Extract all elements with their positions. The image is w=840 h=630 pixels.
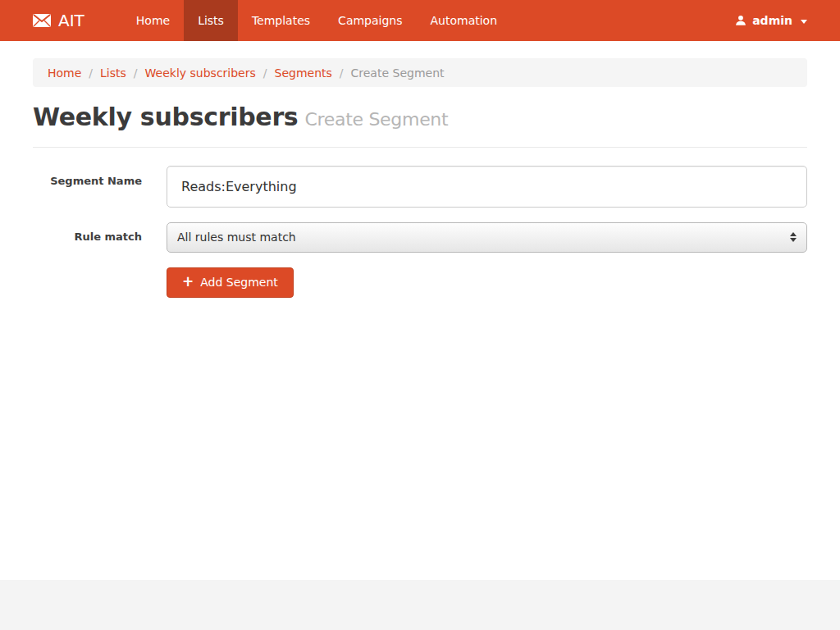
page-title-text: Weekly subscribers	[33, 103, 298, 131]
segment-name-row: Segment Name	[33, 166, 807, 208]
segment-name-label: Segment Name	[33, 166, 167, 208]
breadcrumb-separator: /	[340, 66, 344, 80]
segment-name-input[interactable]	[167, 166, 807, 208]
navbar: AIT Home Lists Templates Campaigns Autom…	[0, 0, 840, 41]
user-name: admin	[752, 14, 792, 27]
nav-item-automation[interactable]: Automation	[417, 0, 512, 41]
footer	[0, 580, 840, 630]
breadcrumb: Home / Lists / Weekly subscribers / Segm…	[33, 58, 807, 87]
nav-item-campaigns[interactable]: Campaigns	[324, 0, 416, 41]
envelope-icon	[33, 14, 51, 27]
page-header: Weekly subscribersCreate Segment	[33, 102, 807, 133]
page-subtitle: Create Segment	[304, 109, 448, 130]
breadcrumb-separator: /	[89, 66, 93, 80]
brand-logo[interactable]: AIT	[33, 0, 84, 41]
page-content: Home / Lists / Weekly subscribers / Segm…	[0, 41, 840, 580]
button-row: + Add Segment	[167, 267, 807, 298]
plus-icon: +	[182, 275, 194, 289]
caret-down-icon	[801, 20, 807, 24]
breadcrumb-link-home[interactable]: Home	[48, 66, 81, 80]
breadcrumb-current: Create Segment	[351, 66, 445, 80]
nav-item-home[interactable]: Home	[122, 0, 184, 41]
rule-match-wrap: All rules must match	[167, 222, 807, 253]
rule-match-select[interactable]: All rules must match	[167, 222, 807, 253]
breadcrumb-link-weekly-subscribers[interactable]: Weekly subscribers	[145, 66, 256, 80]
user-icon	[735, 15, 746, 26]
brand-text: AIT	[58, 11, 84, 30]
segment-name-wrap	[167, 166, 807, 208]
breadcrumb-link-segments[interactable]: Segments	[275, 66, 332, 80]
add-segment-button-label: Add Segment	[200, 276, 278, 289]
create-segment-form: Segment Name Rule match All rules must m…	[33, 166, 807, 298]
breadcrumb-link-lists[interactable]: Lists	[100, 66, 126, 80]
nav-item-templates[interactable]: Templates	[238, 0, 324, 41]
divider	[33, 147, 807, 148]
breadcrumb-separator: /	[263, 66, 267, 80]
breadcrumb-separator: /	[134, 66, 138, 80]
rule-match-row: Rule match All rules must match	[33, 222, 807, 253]
user-menu[interactable]: admin	[735, 0, 807, 41]
add-segment-button[interactable]: + Add Segment	[167, 267, 294, 298]
page-title: Weekly subscribersCreate Segment	[33, 102, 807, 133]
nav-item-lists[interactable]: Lists	[184, 0, 238, 41]
nav-items: Home Lists Templates Campaigns Automatio…	[122, 0, 511, 41]
rule-match-label: Rule match	[33, 222, 167, 253]
